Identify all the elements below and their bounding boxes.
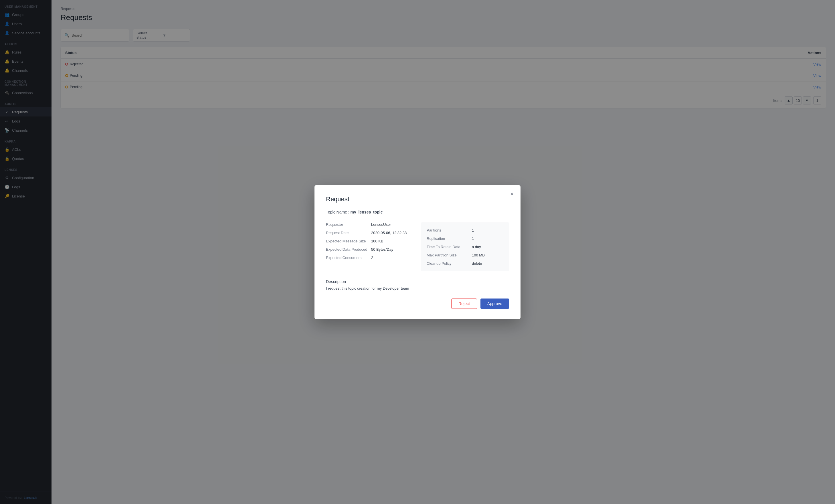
modal-grid: RequesterLensesUserRequest Date2020-05-0… <box>326 222 509 271</box>
field-label: Max Partition Size <box>427 253 470 257</box>
topic-name-value: my_lenses_topic <box>350 210 383 214</box>
field-row: Time To Retain Dataa day <box>427 245 503 249</box>
reject-button[interactable]: Reject <box>451 299 477 309</box>
field-value: 2 <box>371 256 373 260</box>
field-value: 1 <box>472 228 474 233</box>
modal-overlay[interactable]: × Request Topic Name : my_lenses_topic R… <box>0 0 835 504</box>
field-label: Expected Message Size <box>326 239 369 243</box>
description-section: Description I request this topic creatio… <box>326 279 509 290</box>
field-value: 1 <box>472 236 474 241</box>
approve-button[interactable]: Approve <box>481 299 509 309</box>
modal-right-fields: Paritions1Replication1Time To Retain Dat… <box>421 222 509 271</box>
field-row: Expected Consumers2 <box>326 256 414 260</box>
description-text: I request this topic creation for my Dev… <box>326 286 509 290</box>
field-label: Time To Retain Data <box>427 245 470 249</box>
topic-name-row: Topic Name : my_lenses_topic <box>326 210 509 214</box>
field-value: 50 Bytes/Day <box>371 247 393 251</box>
modal-actions: Reject Approve <box>326 299 509 309</box>
field-label: Replication <box>427 236 470 241</box>
request-modal: × Request Topic Name : my_lenses_topic R… <box>314 185 521 319</box>
field-row: RequesterLensesUser <box>326 222 414 227</box>
field-value: a day <box>472 245 481 249</box>
modal-close-button[interactable]: × <box>510 191 514 197</box>
field-label: Expected Consumers <box>326 256 369 260</box>
field-label: Expected Data Produced <box>326 247 369 251</box>
field-row: Max Partition Size100 MB <box>427 253 503 257</box>
field-value: 2020-05-06, 12:32:38 <box>371 231 407 235</box>
field-row: Cleanup Policydelete <box>427 261 503 266</box>
field-row: Expected Data Produced50 Bytes/Day <box>326 247 414 251</box>
field-value: LensesUser <box>371 222 391 227</box>
field-label: Request Date <box>326 231 369 235</box>
field-value: 100 KB <box>371 239 384 243</box>
modal-title: Request <box>326 196 509 203</box>
topic-name-label: Topic Name : <box>326 210 349 214</box>
description-title: Description <box>326 279 509 284</box>
field-label: Paritions <box>427 228 470 233</box>
field-label: Cleanup Policy <box>427 261 470 266</box>
field-row: Replication1 <box>427 236 503 241</box>
field-row: Paritions1 <box>427 228 503 233</box>
field-label: Requester <box>326 222 369 227</box>
field-value: delete <box>472 261 482 266</box>
modal-left-fields: RequesterLensesUserRequest Date2020-05-0… <box>326 222 414 271</box>
field-row: Expected Message Size100 KB <box>326 239 414 243</box>
field-value: 100 MB <box>472 253 485 257</box>
field-row: Request Date2020-05-06, 12:32:38 <box>326 231 414 235</box>
